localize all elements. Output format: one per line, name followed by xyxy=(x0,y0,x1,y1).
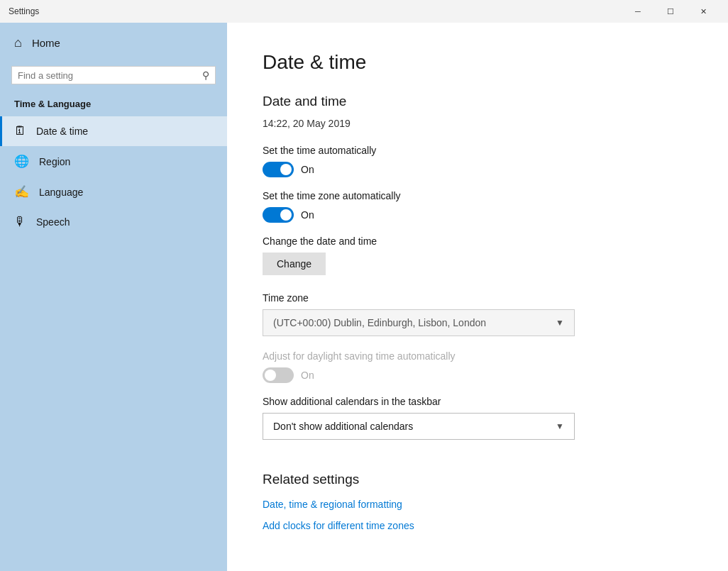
daylight-saving-toggle-thumb xyxy=(265,370,276,381)
set-time-auto-toggle-thumb xyxy=(280,164,292,175)
sidebar-item-date-time[interactable]: 🗓 Date & time xyxy=(0,116,227,146)
change-datetime-label: Change the date and time xyxy=(263,235,693,247)
daylight-saving-toggle xyxy=(263,367,294,383)
timezone-dropdown-text: (UTC+00:00) Dublin, Edinburgh, Lisbon, L… xyxy=(273,317,486,328)
set-timezone-auto-row: On xyxy=(263,207,693,223)
app-body: ⌂ Home ⚲ Time & Language 🗓 Date & time 🌐… xyxy=(0,23,728,571)
page-title: Date & time xyxy=(263,51,693,74)
date-time-icon: 🗓 xyxy=(14,124,26,138)
daylight-saving-toggle-label: On xyxy=(301,370,314,381)
timezone-dropdown-arrow: ▼ xyxy=(556,318,564,328)
sidebar-home-label: Home xyxy=(32,37,60,49)
speech-icon: 🎙 xyxy=(14,215,26,229)
maximize-button[interactable]: ☐ xyxy=(654,0,687,23)
app-title: Settings xyxy=(9,6,39,16)
search-input[interactable] xyxy=(18,70,202,81)
close-button[interactable]: ✕ xyxy=(687,0,719,23)
minimize-button[interactable]: ─ xyxy=(622,0,654,23)
sidebar-item-speech-label: Speech xyxy=(36,216,70,228)
sidebar-item-language[interactable]: ✍ Language xyxy=(0,177,227,207)
sidebar-item-language-label: Language xyxy=(39,187,83,198)
search-icon-button[interactable]: ⚲ xyxy=(202,70,209,81)
additional-calendars-dropdown-text: Don't show additional calendars xyxy=(273,421,413,432)
sidebar-home-button[interactable]: ⌂ Home xyxy=(0,23,227,63)
sidebar-item-region[interactable]: 🌐 Region xyxy=(0,146,227,177)
timezone-dropdown[interactable]: (UTC+00:00) Dublin, Edinburgh, Lisbon, L… xyxy=(263,309,575,336)
related-link-date-time-formatting[interactable]: Date, time & regional formatting xyxy=(263,499,693,510)
sidebar: ⌂ Home ⚲ Time & Language 🗓 Date & time 🌐… xyxy=(0,23,227,571)
window-controls: ─ ☐ ✕ xyxy=(622,0,719,23)
set-time-auto-toggle[interactable] xyxy=(263,162,294,177)
region-icon: 🌐 xyxy=(14,154,29,169)
additional-calendars-dropdown-arrow: ▼ xyxy=(556,421,564,431)
daylight-saving-row: On xyxy=(263,367,693,383)
change-button[interactable]: Change xyxy=(263,253,326,275)
search-box[interactable]: ⚲ xyxy=(11,66,216,84)
set-timezone-auto-toggle[interactable] xyxy=(263,207,294,223)
sidebar-item-speech[interactable]: 🎙 Speech xyxy=(0,207,227,237)
current-time: 14:22, 20 May 2019 xyxy=(263,118,693,129)
related-settings-title: Related settings xyxy=(263,472,693,487)
additional-calendars-dropdown[interactable]: Don't show additional calendars ▼ xyxy=(263,413,575,440)
sidebar-section-label: Time & Language xyxy=(0,93,227,116)
daylight-saving-label: Adjust for daylight saving time automati… xyxy=(263,350,693,362)
timezone-label: Time zone xyxy=(263,292,693,304)
section-title: Date and time xyxy=(263,94,693,109)
additional-calendars-label: Show additional calendars in the taskbar xyxy=(263,396,693,407)
sidebar-item-date-time-label: Date & time xyxy=(36,126,88,137)
home-icon: ⌂ xyxy=(14,35,22,50)
set-timezone-auto-toggle-thumb xyxy=(280,209,292,221)
sidebar-item-region-label: Region xyxy=(39,156,70,167)
set-time-auto-row: On xyxy=(263,162,693,177)
set-timezone-auto-toggle-label: On xyxy=(301,209,314,221)
set-timezone-auto-label: Set the time zone automatically xyxy=(263,190,693,201)
main-content: Date & time Date and time 14:22, 20 May … xyxy=(227,23,728,571)
language-icon: ✍ xyxy=(14,184,29,199)
title-bar: Settings ─ ☐ ✕ xyxy=(0,0,728,23)
set-time-auto-label: Set the time automatically xyxy=(263,145,693,156)
set-time-auto-toggle-label: On xyxy=(301,164,314,175)
related-link-add-clocks[interactable]: Add clocks for different time zones xyxy=(263,520,693,531)
divider xyxy=(263,454,693,455)
